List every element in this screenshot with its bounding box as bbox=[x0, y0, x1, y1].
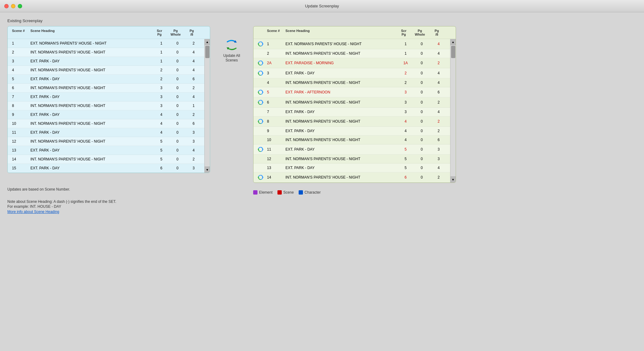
right-cell-scene: 9 bbox=[266, 128, 284, 134]
right-cell-pgwhole: 0 bbox=[413, 70, 430, 76]
left-cell-scene: 10 bbox=[11, 121, 29, 126]
left-cell-scene: 6 bbox=[11, 85, 29, 91]
left-table-row[interactable]: 5 EXT. PARK - DAY 2 0 6 bbox=[8, 75, 204, 84]
left-cell-heading: EXT. PARK - DAY bbox=[29, 76, 154, 82]
right-scrollbar-header-spacer bbox=[445, 28, 453, 37]
left-table-rows: 1 EXT. NORMAN'S PARENTS' HOUSE - NIGHT 1… bbox=[8, 39, 204, 173]
sync-icon bbox=[258, 89, 263, 95]
right-table-row[interactable]: 14 INT. NORMAN'S PARENTS' HOUSE - NIGHT … bbox=[253, 172, 450, 183]
right-scroll-down[interactable]: ▼ bbox=[450, 176, 456, 183]
right-table-row[interactable]: 4 INT. NORMAN'S PARENTS' HOUSE - NIGHT 2… bbox=[253, 78, 450, 87]
right-table-row[interactable]: 10 INT. NORMAN'S PARENTS' HOUSE - NIGHT … bbox=[253, 136, 450, 144]
left-table-row[interactable]: 8 INT. NORMAN'S PARENTS' HOUSE - NIGHT 3… bbox=[8, 101, 204, 110]
left-scrollbar[interactable]: ▲ ▼ bbox=[204, 39, 210, 173]
left-cell-pg8: 4 bbox=[186, 58, 201, 64]
left-table-row[interactable]: 3 EXT. PARK - DAY 1 0 4 bbox=[8, 57, 204, 66]
right-cell-icon bbox=[257, 118, 266, 125]
left-cell-scene: 14 bbox=[11, 156, 29, 162]
left-table-row[interactable]: 4 INT. NORMAN'S PARENTS' HOUSE - NIGHT 2… bbox=[8, 66, 204, 75]
left-cell-scrpg: 6 bbox=[154, 165, 169, 171]
left-cell-heading: EXT. PARK - DAY bbox=[29, 112, 154, 117]
right-table-row[interactable]: 12 INT. NORMAN'S PARENTS' HOUSE - NIGHT … bbox=[253, 155, 450, 164]
right-cell-heading: INT. NORMAN'S PARENTS' HOUSE - NIGHT bbox=[284, 175, 398, 180]
right-cell-scrpg: 2 bbox=[398, 80, 413, 85]
left-cell-scrpg: 1 bbox=[154, 58, 169, 64]
left-scroll-thumb[interactable] bbox=[205, 46, 210, 58]
right-cell-scrpg: 5 bbox=[398, 165, 413, 171]
maximize-button[interactable] bbox=[18, 4, 22, 8]
left-table-row[interactable]: 15 EXT. PARK - DAY 6 0 3 bbox=[8, 164, 204, 173]
right-table-row[interactable]: 5 EXT. PARK - AFTERNOON 3 0 6 bbox=[253, 87, 450, 97]
right-cell-pg8: 4 bbox=[430, 80, 447, 85]
right-table-row[interactable]: 7 EXT. PARK - DAY 3 0 4 bbox=[253, 108, 450, 116]
left-cell-pgwhole: 0 bbox=[169, 165, 186, 171]
right-cell-heading: INT. NORMAN'S PARENTS' HOUSE - NIGHT bbox=[284, 80, 398, 85]
right-table-row[interactable]: 11 EXT. PARK - DAY 5 0 3 bbox=[253, 144, 450, 155]
right-cell-scene: 6 bbox=[266, 100, 284, 105]
right-cell-heading: EXT. PARK - AFTERNOON bbox=[284, 89, 398, 95]
left-cell-scene: 5 bbox=[11, 76, 29, 82]
scene-color-box bbox=[277, 190, 282, 195]
right-table-row[interactable]: 2A EXT. PARADISE - MORNING 1A 0 2 bbox=[253, 58, 450, 68]
left-scroll-down[interactable]: ▼ bbox=[205, 167, 210, 173]
right-scroll-thumb[interactable] bbox=[451, 46, 455, 58]
right-cell-scene: 2A bbox=[266, 60, 284, 66]
right-cell-heading: EXT. PARK - DAY bbox=[284, 128, 398, 134]
bottom-row: Updates are based on Scene Number. Eleme… bbox=[7, 187, 637, 195]
more-info-link[interactable]: More info about Scene Heading bbox=[7, 210, 59, 214]
right-cell-scene: 14 bbox=[266, 175, 284, 180]
right-col-pg8-header: Pg /8 bbox=[428, 28, 445, 37]
left-cell-pg8: 4 bbox=[186, 49, 201, 55]
right-bottom: Element Scene Character bbox=[253, 187, 456, 195]
left-cell-pg8: 2 bbox=[186, 41, 201, 46]
right-table-row[interactable]: 9 EXT. PARK - DAY 4 0 2 bbox=[253, 127, 450, 136]
sync-icon bbox=[258, 175, 263, 180]
right-table-row[interactable]: 3 EXT. PARK - DAY 2 0 4 bbox=[253, 68, 450, 78]
left-table-row[interactable]: 10 INT. NORMAN'S PARENTS' HOUSE - NIGHT … bbox=[8, 119, 204, 128]
right-scroll-up[interactable]: ▲ bbox=[450, 39, 456, 45]
right-table-row[interactable]: 2 INT. NORMAN'S PARENTS' HOUSE - NIGHT 1… bbox=[253, 49, 450, 58]
left-cell-scene: 2 bbox=[11, 49, 29, 55]
legend: Element Scene Character bbox=[253, 190, 456, 195]
right-panel: Scene # Scene Heading Scr Pg Pg Whole Pg… bbox=[253, 26, 456, 183]
right-cell-heading: EXT. PARADISE - MORNING bbox=[284, 60, 398, 66]
left-cell-scene: 13 bbox=[11, 148, 29, 153]
element-color-box bbox=[253, 190, 257, 195]
left-table-row[interactable]: 12 INT. NORMAN'S PARENTS' HOUSE - NIGHT … bbox=[8, 137, 204, 146]
left-cell-pg8: 2 bbox=[186, 85, 201, 91]
left-cell-scrpg: 4 bbox=[154, 130, 169, 135]
left-cell-scene: 15 bbox=[11, 165, 29, 171]
note-line1: Note about Scene Heading: A dash (-) sig… bbox=[7, 199, 637, 204]
left-table-row[interactable]: 11 EXT. PARK - DAY 4 0 3 bbox=[8, 128, 204, 137]
left-scroll-up[interactable]: ▲ bbox=[205, 39, 210, 45]
right-cell-heading: EXT. PARK - DAY bbox=[284, 109, 398, 115]
minimize-button[interactable] bbox=[11, 4, 15, 8]
left-table-row[interactable]: 9 EXT. PARK - DAY 4 0 2 bbox=[8, 110, 204, 119]
right-table-row[interactable]: 8 INT. NORMAN'S PARENTS' HOUSE - NIGHT 4… bbox=[253, 116, 450, 127]
left-table-row[interactable]: 6 INT. NORMAN'S PARENTS' HOUSE - NIGHT 3… bbox=[8, 84, 204, 93]
left-cell-scene: 12 bbox=[11, 139, 29, 144]
sync-icon bbox=[258, 147, 263, 152]
left-cell-pgwhole: 0 bbox=[169, 121, 186, 126]
left-cell-pg8: 6 bbox=[186, 76, 201, 82]
left-table-row[interactable]: 14 INT. NORMAN'S PARENTS' HOUSE - NIGHT … bbox=[8, 155, 204, 164]
right-cell-heading: INT. NORMAN'S PARENTS' HOUSE - NIGHT bbox=[284, 119, 398, 124]
left-scroll-track bbox=[205, 45, 210, 167]
right-table-row[interactable]: 13 EXT. PARK - DAY 5 0 4 bbox=[253, 164, 450, 172]
right-scrollbar[interactable]: ▲ ▼ bbox=[450, 39, 456, 183]
left-cell-pg8: 3 bbox=[186, 139, 201, 144]
right-cell-heading: INT. NORMAN'S PARENTS' HOUSE - NIGHT bbox=[284, 137, 398, 143]
left-table-row[interactable]: 7 EXT. PARK - DAY 3 0 4 bbox=[8, 93, 204, 101]
right-table-row[interactable]: 6 INT. NORMAN'S PARENTS' HOUSE - NIGHT 3… bbox=[253, 97, 450, 108]
left-table-row[interactable]: 13 EXT. PARK - DAY 5 0 4 bbox=[8, 146, 204, 155]
right-cell-pg8: 2 bbox=[430, 100, 447, 105]
update-all-button[interactable]: Update AllScenes bbox=[219, 38, 244, 63]
left-table-row[interactable]: 1 EXT. NORMAN'S PARENTS' HOUSE - NIGHT 1… bbox=[8, 39, 204, 48]
close-button[interactable] bbox=[4, 4, 9, 8]
left-cell-scrpg: 2 bbox=[154, 67, 169, 73]
left-table-row[interactable]: 2 INT. NORMAN'S PARENTS' HOUSE - NIGHT 1… bbox=[8, 48, 204, 57]
window-controls bbox=[4, 4, 22, 8]
update-icon bbox=[221, 38, 242, 52]
right-cell-pgwhole: 0 bbox=[413, 137, 430, 143]
right-table-row[interactable]: 1 EXT. NORMAN'S PARENTS' HOUSE - NIGHT 1… bbox=[253, 39, 450, 49]
